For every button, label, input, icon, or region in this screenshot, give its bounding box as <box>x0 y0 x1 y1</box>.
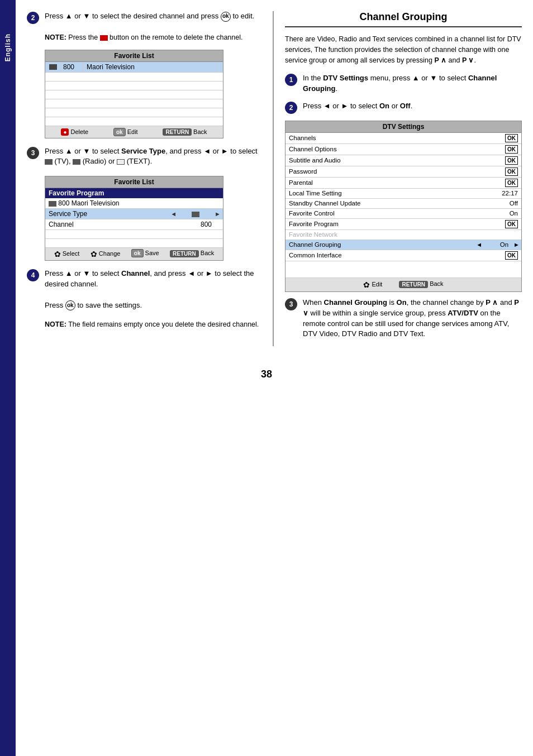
dtv-footer-back: RETURN Back <box>399 280 443 289</box>
step-2-circle: 2 <box>27 12 39 24</box>
footer-edit: ok Edit <box>113 128 138 136</box>
dtv-row-common: Common Interface OK <box>285 250 521 261</box>
service-type-arrow-l: ◄ <box>168 209 179 218</box>
step-4-left: 4 Press ▲ or ▼ to select Channel, and pr… <box>27 269 261 310</box>
tv-icon <box>45 159 53 165</box>
service-type-label: Service Type <box>45 209 168 219</box>
service-type-row: Service Type ◄ ► <box>45 209 223 219</box>
favorite-list-table-2: Favorite List Favorite Program 800 Maori… <box>45 176 223 261</box>
step-2-text: Press ▲ or ▼ to select the desired chann… <box>45 11 254 22</box>
service-type-arrow-r: ► <box>212 209 223 218</box>
ok-icon-2: ok <box>65 300 75 310</box>
sidebar-label: English <box>4 34 12 61</box>
page-number: 38 <box>0 369 533 386</box>
dtv-row-password: Password OK <box>285 166 521 178</box>
right-intro: There are Video, Radio and Text services… <box>285 34 522 65</box>
footer-change: ✿ Change <box>91 250 121 259</box>
dtv-footer-edit: ✿ Edit <box>363 280 382 289</box>
dtv-empty <box>285 261 521 278</box>
empty-row <box>45 73 223 82</box>
right-step-3: 3 When Channel Grouping is On, the chann… <box>285 298 522 339</box>
fav-program-row1-label: 800 Maori Television <box>45 198 223 208</box>
channel-grouping-arrow-l: ◄ <box>474 241 484 248</box>
ok-btn-2: ok <box>131 249 144 257</box>
return-btn: RETURN <box>163 128 192 136</box>
empty-row <box>45 230 223 239</box>
empty-row <box>45 108 223 117</box>
ok-icon: ok <box>221 12 231 22</box>
footer-save: ok Save <box>131 250 159 259</box>
ok-box: OK <box>505 251 518 260</box>
dtv-row-parental: Parental OK <box>285 178 521 189</box>
footer-delete: ● Delete <box>61 128 88 136</box>
dtv-row-local-time: Local Time Setting 22:17 <box>285 189 521 199</box>
dtv-row-channel-grouping: Channel Grouping ◄ On ► <box>285 240 521 250</box>
ok-box: OK <box>505 156 518 165</box>
fav-row-num: 800 <box>61 62 83 72</box>
empty-row <box>45 99 223 108</box>
service-type-val <box>179 209 212 219</box>
dtv-settings-table: DTV Settings Channels OK Channel Options… <box>285 121 522 292</box>
ok-box: OK <box>505 145 518 154</box>
fav-row-icon <box>45 63 61 71</box>
right-step-1-circle: 1 <box>285 74 297 86</box>
right-step-2-circle: 2 <box>285 102 297 114</box>
sun-icon: ✿ <box>54 250 61 259</box>
fav-program-header: Favorite Program <box>45 188 223 198</box>
empty-row <box>45 239 223 248</box>
fav-table-header-2: Favorite List <box>45 176 223 188</box>
fav-table-header-1: Favorite List <box>45 50 223 62</box>
note-label-4: NOTE: <box>45 320 66 328</box>
right-step-3-circle: 3 <box>285 298 297 310</box>
row1-icon <box>49 201 56 207</box>
empty-row <box>45 90 223 99</box>
right-step-1: 1 In the DTV Settings menu, press ▲ or ▼… <box>285 73 522 94</box>
empty-row <box>45 82 223 90</box>
note-4: NOTE: The field remains empty once you d… <box>45 320 261 330</box>
fav-row-name: Maori Television <box>83 62 223 72</box>
note-2: NOTE: Press the button on the remote to … <box>45 33 261 43</box>
step-2-left: 2 Press ▲ or ▼ to select the desired cha… <box>27 11 261 24</box>
right-step-2-text: Press ◄ or ► to select On or Off. <box>303 101 412 112</box>
ok-box: OK <box>505 134 518 142</box>
ok-box: OK <box>505 220 518 228</box>
favorite-list-table-1: Favorite List 800 Maori Television ● Del… <box>45 50 223 138</box>
footer-back: RETURN Back <box>163 128 207 136</box>
change-icon: ✿ <box>91 250 97 259</box>
radio-icon <box>73 159 80 165</box>
dtv-row-standby: Standby Channel Update Off <box>285 199 521 209</box>
step-4-circle: 4 <box>27 269 39 281</box>
dtv-row-fav-network: Favorite Network <box>285 230 521 240</box>
channel-row: Channel 800 <box>45 219 223 230</box>
footer-select: ✿ Select <box>54 250 80 259</box>
return-btn-2: RETURN <box>170 250 199 257</box>
channel-label: Channel <box>45 219 189 229</box>
step-3-text: Press ▲ or ▼ to select Service Type, and… <box>45 146 261 168</box>
fav-table-footer-1: ● Delete ok Edit RETURN Back <box>45 126 223 138</box>
ok-box: OK <box>505 179 518 187</box>
dtv-row-channel-options: Channel Options OK <box>285 144 521 155</box>
right-title: Channel Grouping <box>285 11 522 27</box>
ok-box: OK <box>505 168 518 176</box>
red-button-icon <box>100 35 108 41</box>
return-btn-3: RETURN <box>399 281 428 288</box>
right-step-2: 2 Press ◄ or ► to select On or Off. <box>285 101 522 114</box>
edit-icon: ✿ <box>363 280 370 289</box>
fav-program-row1: 800 Maori Television <box>45 198 223 209</box>
ok-btn: ok <box>113 128 126 136</box>
fav-table-footer-2: ✿ Select ✿ Change ok Save RETURN Back <box>45 248 223 260</box>
channel-grouping-arrow-r: ► <box>512 241 521 248</box>
step-4-text: Press ▲ or ▼ to select Channel, and pres… <box>45 269 261 310</box>
fav-table-row-1: 800 Maori Television <box>45 62 223 73</box>
right-column: Channel Grouping There are Video, Radio … <box>273 11 522 346</box>
dtv-footer: ✿ Edit RETURN Back <box>285 278 521 291</box>
dtv-row-fav-control: Favorite Control On <box>285 209 521 219</box>
step-3-circle: 3 <box>27 147 39 159</box>
empty-row <box>45 117 223 126</box>
text-icon <box>117 159 125 165</box>
sidebar: English <box>0 0 16 756</box>
footer-back-2: RETURN Back <box>170 250 214 259</box>
dtv-row-subtitle: Subtitle and Audio OK <box>285 155 521 166</box>
right-step-3-text: When Channel Grouping is On, the channel… <box>303 298 522 339</box>
right-step-1-text: In the DTV Settings menu, press ▲ or ▼ t… <box>303 73 522 94</box>
